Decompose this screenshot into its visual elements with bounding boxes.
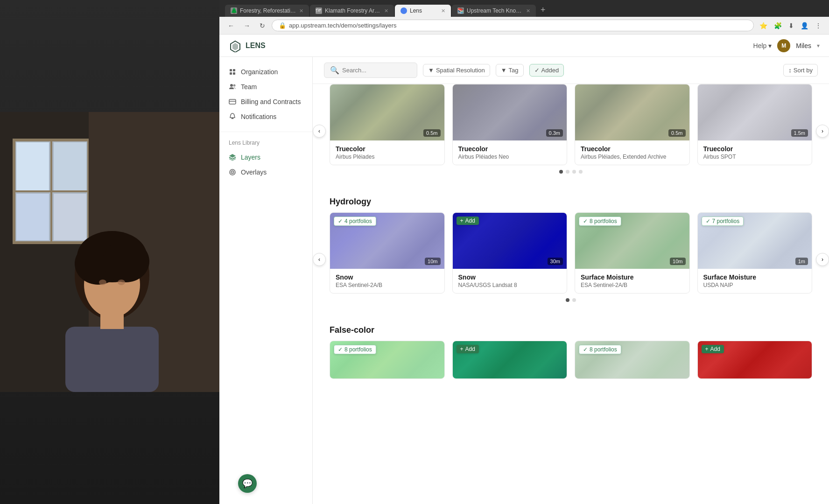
sidebar-billing-label: Billing and Contracts bbox=[241, 98, 301, 105]
card-truecolor-2[interactable]: 0.3m Truecolor Airbus Pléiades Neo bbox=[452, 84, 568, 165]
plus-icon: + bbox=[705, 346, 709, 352]
tab-close-upstream[interactable]: ✕ bbox=[526, 8, 530, 14]
extensions-button[interactable]: 🧩 bbox=[772, 20, 784, 31]
search-box[interactable]: 🔍 bbox=[324, 63, 417, 78]
card-false-3[interactable]: ✓ 8 portfolios bbox=[575, 341, 690, 379]
card-truecolor-1[interactable]: 0.5m Truecolor Airbus Pléiades bbox=[330, 84, 445, 165]
card-resolution-truecolor-3: 0.5m bbox=[668, 129, 685, 137]
card-name-truecolor-2: Truecolor bbox=[458, 145, 562, 153]
svg-point-17 bbox=[118, 280, 125, 285]
svg-rect-12 bbox=[65, 327, 159, 392]
card-truecolor-3[interactable]: 0.5m Truecolor Airbus Pléiades, Extended… bbox=[575, 84, 690, 165]
tab-klamath[interactable]: 🗺 Klamath Forestry Area in Cali... ✕ bbox=[310, 5, 394, 17]
card-badge-false-4: + Add bbox=[702, 345, 724, 353]
refresh-button[interactable]: ↻ bbox=[257, 20, 268, 31]
badge-label-false-1: 8 portfolios bbox=[344, 346, 372, 353]
sort-button[interactable]: ↕ Sort by bbox=[783, 64, 818, 77]
card-badge-false-3: ✓ 8 portfolios bbox=[579, 345, 621, 354]
check-icon: ✓ bbox=[583, 346, 588, 353]
card-source-moisture-1: ESA Sentinel-2A/B bbox=[581, 282, 684, 288]
card-snow-2[interactable]: + Add 30m Snow NASA/USGS Landsat 8 bbox=[452, 212, 568, 294]
menu-button[interactable]: ⋮ bbox=[813, 20, 823, 31]
card-moisture-2[interactable]: ✓ 7 portfolios 1m Surface Moisture USDA … bbox=[697, 212, 813, 294]
tab-forestry[interactable]: 🌲 Forestry, Reforestation, & For... ✕ bbox=[225, 5, 309, 17]
dot-truecolor-4[interactable] bbox=[579, 170, 583, 174]
address-bar[interactable]: 🔒 app.upstream.tech/demo/settings/layers bbox=[272, 20, 754, 31]
sidebar-item-team[interactable]: Team bbox=[219, 79, 312, 94]
search-icon: 🔍 bbox=[330, 66, 339, 75]
profile-button[interactable]: 👤 bbox=[799, 20, 810, 31]
card-badge-false-1: ✓ 8 portfolios bbox=[334, 345, 376, 354]
card-badge-moisture-1: ✓ 8 portfolios bbox=[579, 217, 621, 226]
sidebar: Organization Team Billing bbox=[219, 57, 313, 504]
svg-rect-27 bbox=[229, 99, 236, 104]
chat-button[interactable]: 💬 bbox=[238, 474, 257, 493]
tab-label-lens: Lens bbox=[410, 7, 422, 14]
truecolor-pagination bbox=[313, 165, 829, 178]
card-resolution-snow-1: 10m bbox=[425, 258, 440, 265]
svg-marker-20 bbox=[232, 43, 238, 50]
card-name-truecolor-4: Truecolor bbox=[703, 145, 807, 153]
svg-rect-23 bbox=[230, 72, 232, 75]
truecolor-prev-button[interactable]: ‹ bbox=[313, 125, 326, 138]
filter-icon: ▼ bbox=[428, 67, 434, 74]
dot-truecolor-3[interactable] bbox=[572, 170, 576, 174]
svg-rect-4 bbox=[16, 194, 49, 240]
card-moisture-1[interactable]: ✓ 8 portfolios 10m Surface Moisture ESA … bbox=[575, 212, 690, 294]
download-button[interactable]: ⬇ bbox=[787, 20, 796, 31]
badge-label-snow-1: 4 portfolios bbox=[344, 218, 372, 224]
browser-window: 🌲 Forestry, Reforestation, & For... ✕ 🗺 … bbox=[219, 0, 829, 504]
dot-truecolor-1[interactable] bbox=[559, 170, 563, 174]
tab-favicon-forestry: 🌲 bbox=[231, 7, 237, 14]
filter-added[interactable]: ✓ Added bbox=[529, 64, 564, 77]
sidebar-item-organization[interactable]: Organization bbox=[219, 64, 312, 79]
new-tab-button[interactable]: + bbox=[537, 3, 549, 17]
sidebar-item-overlays[interactable]: Overlays bbox=[219, 165, 312, 180]
sidebar-item-notifications[interactable]: Notifications bbox=[219, 109, 312, 124]
tab-close-lens[interactable]: ✕ bbox=[441, 8, 445, 14]
card-false-1[interactable]: ✓ 8 portfolios bbox=[330, 341, 445, 379]
filter-tag[interactable]: ▼ Tag bbox=[496, 64, 524, 77]
billing-icon bbox=[229, 98, 236, 105]
tab-upstream[interactable]: 📚 Upstream Tech Knowledge Bu... ✕ bbox=[452, 5, 536, 17]
card-false-2[interactable]: + Add bbox=[452, 341, 568, 379]
hydrology-prev-button[interactable]: ‹ bbox=[313, 253, 326, 266]
webcam-feed bbox=[0, 112, 219, 392]
help-button[interactable]: Help ▾ bbox=[753, 42, 772, 49]
forward-button[interactable]: → bbox=[241, 20, 253, 31]
dot-hydrology-2[interactable] bbox=[572, 298, 576, 302]
tab-lens[interactable]: Lens ✕ bbox=[395, 5, 451, 17]
false-color-cards: ✓ 8 portfolios + Add bbox=[313, 341, 829, 379]
dot-hydrology-1[interactable] bbox=[566, 298, 569, 302]
bookmark-button[interactable]: ⭐ bbox=[758, 20, 769, 31]
card-image-moisture-2: ✓ 7 portfolios 1m bbox=[698, 213, 812, 269]
filter-spatial-resolution[interactable]: ▼ Spatial Resolution bbox=[423, 64, 490, 77]
back-button[interactable]: ← bbox=[225, 20, 237, 31]
card-resolution-truecolor-1: 0.5m bbox=[423, 129, 440, 137]
tab-close-klamath[interactable]: ✕ bbox=[384, 8, 388, 14]
card-false-4[interactable]: + Add bbox=[697, 341, 813, 379]
hydrology-pagination bbox=[313, 294, 829, 307]
card-resolution-snow-2: 30m bbox=[548, 258, 563, 265]
hydrology-next-button[interactable]: › bbox=[816, 253, 829, 266]
dot-truecolor-2[interactable] bbox=[566, 170, 569, 174]
card-snow-1[interactable]: ✓ 4 portfolios 10m Snow ESA Sentinel-2A/… bbox=[330, 212, 445, 294]
user-avatar[interactable]: M bbox=[777, 39, 790, 52]
sidebar-divider bbox=[219, 132, 312, 132]
search-input[interactable] bbox=[342, 67, 407, 74]
tab-label-klamath: Klamath Forestry Area in Cali... bbox=[325, 7, 381, 14]
svg-point-16 bbox=[99, 280, 106, 285]
browser-nav-bar: ← → ↻ 🔒 app.upstream.tech/demo/settings/… bbox=[219, 17, 829, 35]
sidebar-item-layers[interactable]: Layers bbox=[219, 150, 312, 165]
help-label: Help bbox=[753, 42, 767, 49]
truecolor-next-button[interactable]: › bbox=[816, 125, 829, 138]
card-truecolor-4[interactable]: 1.5m Truecolor Airbus SPOT bbox=[697, 84, 813, 165]
tab-close-forestry[interactable]: ✕ bbox=[299, 8, 303, 14]
sidebar-item-billing[interactable]: Billing and Contracts bbox=[219, 94, 312, 109]
svg-rect-2 bbox=[16, 142, 49, 191]
false-color-title: False-color bbox=[313, 318, 829, 341]
sidebar-layers-label: Layers bbox=[241, 154, 260, 161]
card-image-truecolor-3: 0.5m bbox=[575, 84, 689, 140]
badge-label-false-3: 8 portfolios bbox=[590, 346, 617, 353]
svg-point-26 bbox=[233, 84, 236, 87]
